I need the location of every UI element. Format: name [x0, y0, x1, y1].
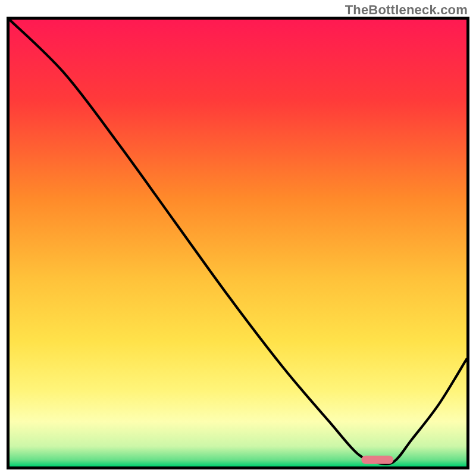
watermark-text: TheBottleneck.com	[345, 2, 468, 18]
heat-background	[10, 20, 466, 466]
bottleneck-chart	[10, 20, 466, 466]
chart-frame	[7, 17, 469, 469]
optimal-marker	[361, 456, 393, 464]
